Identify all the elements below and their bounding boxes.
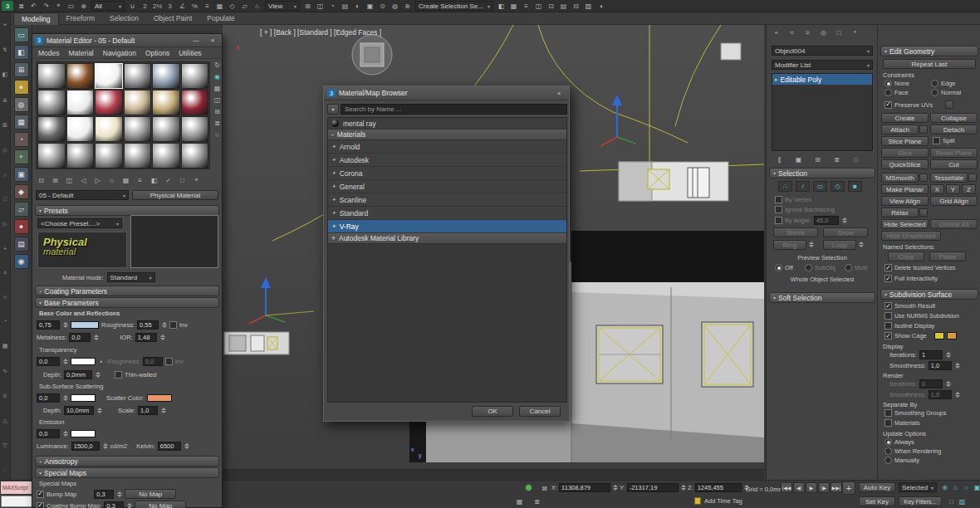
- loop-spinner[interactable]: [859, 242, 864, 247]
- toolbar-icon[interactable]: ◍: [389, 1, 401, 11]
- lock-selection-icon[interactable]: ⊠: [538, 483, 551, 493]
- browser-item[interactable]: + General: [328, 180, 566, 193]
- material-tool-icon[interactable]: ⌂: [106, 175, 117, 185]
- close-button[interactable]: ×: [206, 35, 219, 46]
- spinner-arrows[interactable]: [955, 392, 960, 398]
- ribbon-tool-icon[interactable]: ▤: [14, 237, 29, 252]
- toolbar-icon[interactable]: ↷: [40, 1, 52, 11]
- kelvin-spinner[interactable]: 6500: [158, 442, 181, 451]
- relax-settings-button[interactable]: [919, 208, 928, 217]
- mental-ray-item[interactable]: mental ray: [328, 118, 566, 129]
- toolbar-icon[interactable]: ◑: [595, 1, 607, 11]
- material-swatch[interactable]: [66, 116, 95, 142]
- ribbon-tool-icon[interactable]: ◉: [14, 254, 29, 269]
- material-tool-icon[interactable]: ▦: [120, 175, 131, 185]
- preset-dropdown[interactable]: <Choose Preset....>▾: [37, 218, 122, 228]
- view-align-button[interactable]: View Align: [881, 196, 929, 206]
- sss-spinner[interactable]: 0,0: [37, 393, 60, 403]
- toolbar-icon[interactable]: ∠: [176, 1, 189, 11]
- menu-item[interactable]: Navigation: [99, 49, 140, 57]
- toolbar-icon[interactable]: 3: [164, 1, 176, 11]
- viewport-label[interactable]: [ + ] [Back ] [Standard ] [Edged Faces ]: [260, 28, 381, 37]
- smoothing-groups-checkbox[interactable]: [884, 409, 892, 417]
- playback-button[interactable]: |◀◀: [781, 482, 792, 493]
- shrink-button[interactable]: Shrink: [773, 227, 818, 237]
- rollout-selection[interactable]: ▾ Selection: [769, 168, 875, 178]
- toolbar-icon[interactable]: ⊙: [376, 1, 389, 11]
- dock-icon[interactable]: ⊙: [2, 393, 7, 399]
- expand-icon[interactable]: +: [332, 169, 336, 177]
- coating-map-button[interactable]: No Map: [135, 501, 186, 508]
- ignore-backfacing-checkbox[interactable]: [775, 206, 782, 213]
- collapse-button[interactable]: Collapse: [930, 113, 978, 123]
- spinner-arrows[interactable]: [63, 431, 68, 437]
- constraint-face-radio[interactable]: [884, 89, 892, 96]
- spinner-arrows[interactable]: [94, 335, 99, 340]
- material-swatch[interactable]: [152, 116, 180, 142]
- search-options-button[interactable]: ▾: [327, 104, 339, 115]
- transparency-roughness-spinner[interactable]: 0,0: [143, 357, 163, 366]
- constraint-none-radio[interactable]: [884, 80, 892, 87]
- ribbon-tool-icon[interactable]: +: [14, 149, 29, 164]
- material-swatch[interactable]: [66, 63, 95, 89]
- toolbar-icon[interactable]: ⊞: [301, 1, 314, 11]
- thin-walled-checkbox[interactable]: [115, 371, 122, 379]
- viewport-nav-icon[interactable]: ▨: [958, 496, 967, 506]
- lock-icon[interactable]: ▪: [98, 356, 105, 366]
- ribbon-tool-icon[interactable]: ◍: [14, 97, 29, 112]
- material-slot-dropdown[interactable]: 05 - Default▾: [36, 190, 129, 200]
- bump-map-button[interactable]: No Map: [125, 489, 176, 499]
- relax-button[interactable]: Relax: [881, 208, 919, 217]
- browser-item[interactable]: + Arnold: [328, 140, 566, 154]
- command-panel-tab[interactable]: ≈: [786, 27, 798, 37]
- grow-button[interactable]: Grow: [823, 227, 868, 237]
- dock-icon[interactable]: ○: [3, 172, 7, 178]
- dock-icon[interactable]: ▷: [2, 221, 7, 227]
- cage-color-swatch[interactable]: [934, 332, 944, 339]
- dock-icon[interactable]: ≣: [2, 97, 7, 104]
- ribbon-tab[interactable]: Selection: [102, 12, 146, 25]
- material-tool-icon[interactable]: □: [177, 175, 188, 185]
- depth-spinner[interactable]: 0,0mm: [64, 370, 92, 379]
- preview-multi-radio[interactable]: [845, 264, 852, 271]
- object-name-dropdown[interactable]: Object004▾: [772, 46, 873, 56]
- rollout-base-parameters[interactable]: ▾ Base Parameters: [35, 297, 219, 308]
- roughness-spinner[interactable]: 0,55: [137, 320, 159, 330]
- material-swatch[interactable]: [95, 90, 123, 115]
- create-button[interactable]: Create: [881, 113, 929, 123]
- command-panel-tab[interactable]: *: [849, 27, 861, 37]
- toolbar-icon[interactable]: ▭: [65, 1, 77, 11]
- ribbon-tool-icon[interactable]: ◆: [14, 184, 29, 199]
- ribbon-tool-icon[interactable]: ▱: [14, 202, 29, 217]
- spinner-arrows[interactable]: [955, 363, 960, 369]
- constraint-edge-radio[interactable]: [931, 80, 938, 87]
- emission-color-swatch[interactable]: [71, 430, 96, 437]
- dock-icon[interactable]: ◇: [2, 147, 7, 154]
- transparency-inv-checkbox[interactable]: [165, 358, 173, 365]
- show-cage-checkbox[interactable]: [884, 332, 892, 339]
- toolbar-icon[interactable]: ≡: [201, 1, 213, 11]
- preserve-uvs-settings-button[interactable]: [945, 100, 953, 109]
- transparency-spinner[interactable]: 0,0: [37, 357, 60, 366]
- ribbon-tool-icon[interactable]: ◧: [14, 45, 29, 60]
- playback-button[interactable]: ▶▶|: [831, 482, 842, 493]
- sample-tool-icon[interactable]: ◉: [214, 73, 220, 81]
- toolbar-icon[interactable]: ◫: [532, 1, 545, 11]
- use-nurms-checkbox[interactable]: [884, 312, 892, 320]
- playback-button[interactable]: ◀|: [793, 482, 805, 493]
- browser-item[interactable]: + Scanline: [328, 193, 566, 207]
- spinner-arrows[interactable]: [184, 443, 189, 449]
- viewport-nav-icon[interactable]: ⌂: [951, 482, 960, 492]
- stack-item-editable-poly[interactable]: ▸ Editable Poly: [772, 74, 872, 85]
- stack-toolbar-icon[interactable]: ≣: [831, 154, 843, 164]
- material-swatch[interactable]: [124, 90, 152, 115]
- material-swatch[interactable]: [37, 116, 66, 142]
- rollout-soft-selection[interactable]: ▾ Soft Selection: [769, 292, 875, 303]
- materials-checkbox[interactable]: [884, 419, 892, 427]
- rollout-subdivision-surface[interactable]: ▾ Subdivision Surface: [880, 289, 978, 300]
- browser-item[interactable]: + Corona: [328, 167, 566, 180]
- material-swatch[interactable]: [124, 63, 152, 89]
- toolbar-icon[interactable]: ⊕: [77, 1, 90, 11]
- split-checkbox[interactable]: [933, 137, 940, 144]
- spinner-arrows[interactable]: [103, 443, 108, 449]
